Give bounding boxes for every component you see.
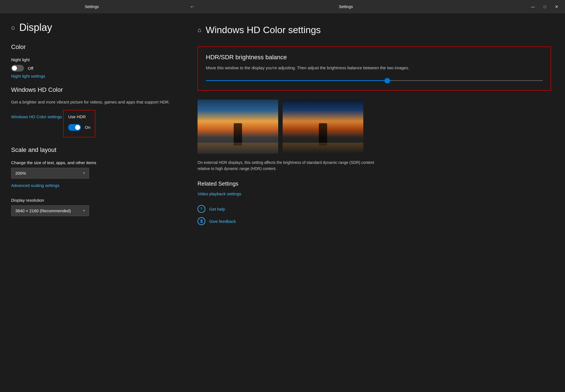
night-light-state: Off xyxy=(28,66,33,71)
night-light-toggle[interactable] xyxy=(11,65,24,72)
related-settings-title: Related Settings xyxy=(198,181,551,187)
left-content: ⌂ Display Color Night light Off Night li… xyxy=(0,13,184,392)
give-feedback-icon-symbol: 👤 xyxy=(199,219,204,223)
windows-hd-color-settings-link[interactable]: Windows HD Color settings xyxy=(11,114,62,119)
night-light-label: Night light xyxy=(11,57,172,62)
video-playback-settings-link[interactable]: Video playback settings xyxy=(198,191,241,196)
get-help-row[interactable]: ? Get help xyxy=(198,205,551,213)
dropdown-arrow-icon: ▾ xyxy=(83,171,85,175)
use-hdr-box: Use HDR On xyxy=(63,110,95,137)
figure-left xyxy=(234,123,242,146)
slider-fill xyxy=(206,80,391,81)
use-hdr-toggle-row: On xyxy=(68,124,90,131)
right-titlebar: ← Settings — □ ✕ xyxy=(184,0,565,13)
get-help-link[interactable]: Get help xyxy=(209,207,225,211)
right-content: ⌂ Windows HD Color settings HDR/SDR brig… xyxy=(184,13,565,392)
right-home-icon: ⌂ xyxy=(198,26,201,34)
night-light-toggle-row: Off xyxy=(11,65,172,72)
hdr-brightness-box: HDR/SDR brightness balance Move this win… xyxy=(198,46,551,91)
maximize-button[interactable]: □ xyxy=(542,4,548,9)
reflection-left xyxy=(198,143,278,154)
figure-right xyxy=(319,123,327,146)
resolution-dropdown[interactable]: 3840 × 2160 (Recommended) ▾ xyxy=(11,205,89,216)
hdr-brightness-title: HDR/SDR brightness balance xyxy=(206,54,543,61)
hdr-caption: On external HDR displays, this setting a… xyxy=(198,159,376,172)
scale-dropdown[interactable]: 200% ▾ xyxy=(11,168,89,179)
right-page-title: Windows HD Color settings xyxy=(206,24,321,35)
give-feedback-link[interactable]: Give feedback xyxy=(209,219,236,224)
scale-value: 200% xyxy=(15,171,26,176)
hdr-preview-right xyxy=(283,100,363,154)
hdr-preview-left xyxy=(198,100,278,154)
brightness-slider[interactable] xyxy=(206,78,543,83)
back-button[interactable]: ← xyxy=(188,3,196,10)
get-help-icon-symbol: ? xyxy=(200,207,203,211)
left-title-text: Settings xyxy=(85,4,99,9)
left-panel: Settings ⌂ Display Color Night light Off… xyxy=(0,0,184,392)
change-size-label: Change the size of text, apps, and other… xyxy=(11,160,172,165)
advanced-scaling-link[interactable]: Advanced scaling settings xyxy=(11,183,59,188)
night-light-settings-link[interactable]: Night light settings xyxy=(11,74,45,78)
minimize-button[interactable]: — xyxy=(529,4,537,9)
right-title-text: Settings xyxy=(200,4,492,9)
hdr-brightness-description: Move this window to the display you're a… xyxy=(206,65,543,71)
resolution-label: Display resolution xyxy=(11,198,172,203)
left-page-header: ⌂ Display xyxy=(11,22,172,33)
slider-thumb[interactable] xyxy=(384,78,390,83)
right-page-header: ⌂ Windows HD Color settings xyxy=(198,24,551,35)
right-panel: ← Settings — □ ✕ ⌂ Windows HD Color sett… xyxy=(184,0,565,392)
windows-hd-color-description: Get a brighter and more vibrant picture … xyxy=(11,99,172,105)
preview-image-row xyxy=(198,100,551,154)
page-title: Display xyxy=(19,22,52,33)
resolution-value: 3840 × 2160 (Recommended) xyxy=(15,208,71,213)
give-feedback-icon: 👤 xyxy=(198,217,205,225)
reflection-right xyxy=(283,143,363,154)
home-icon: ⌂ xyxy=(11,24,15,31)
scale-layout-title: Scale and layout xyxy=(11,146,172,154)
use-hdr-label: Use HDR xyxy=(68,114,90,119)
slider-track xyxy=(206,80,543,81)
resolution-dropdown-arrow-icon: ▾ xyxy=(83,209,85,213)
give-feedback-row[interactable]: 👤 Give feedback xyxy=(198,217,551,225)
close-button[interactable]: ✕ xyxy=(553,4,561,9)
get-help-icon: ? xyxy=(198,205,205,213)
left-titlebar: Settings xyxy=(0,0,184,13)
use-hdr-state: On xyxy=(85,125,90,130)
color-section-title: Color xyxy=(11,43,172,51)
use-hdr-toggle[interactable] xyxy=(68,124,81,131)
windows-hd-color-title: Windows HD Color xyxy=(11,86,172,93)
window-controls: — □ ✕ xyxy=(529,4,561,9)
